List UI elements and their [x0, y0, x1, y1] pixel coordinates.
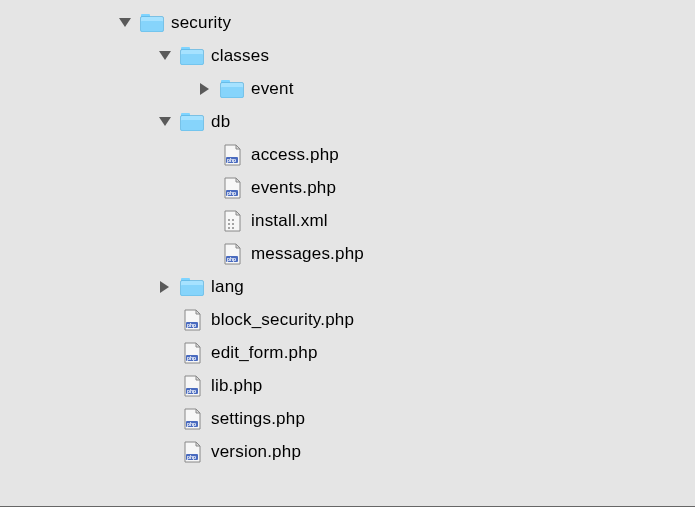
- folder-label: classes: [211, 46, 269, 66]
- tree-row-file[interactable]: lib.php: [0, 369, 695, 402]
- disclosure-triangle-expanded[interactable]: [115, 18, 135, 28]
- folder-label: security: [171, 13, 231, 33]
- file-label: install.xml: [251, 211, 328, 231]
- tree-row-file[interactable]: install.xml: [0, 204, 695, 237]
- php-file-icon: [179, 375, 205, 397]
- php-file-icon: [179, 408, 205, 430]
- php-file-icon: [219, 177, 245, 199]
- php-file-icon: [219, 144, 245, 166]
- tree-row-db[interactable]: db: [0, 105, 695, 138]
- tree-row-classes[interactable]: classes: [0, 39, 695, 72]
- disclosure-triangle-expanded[interactable]: [155, 117, 175, 127]
- file-label: edit_form.php: [211, 343, 318, 363]
- tree-row-file[interactable]: settings.php: [0, 402, 695, 435]
- file-label: settings.php: [211, 409, 305, 429]
- php-file-icon: [219, 243, 245, 265]
- folder-icon: [139, 12, 165, 34]
- folder-icon: [219, 78, 245, 100]
- tree-row-file[interactable]: access.php: [0, 138, 695, 171]
- folder-label: db: [211, 112, 230, 132]
- php-file-icon: [179, 309, 205, 331]
- tree-row-file[interactable]: block_security.php: [0, 303, 695, 336]
- file-label: block_security.php: [211, 310, 354, 330]
- tree-row-lang[interactable]: lang: [0, 270, 695, 303]
- disclosure-triangle-expanded[interactable]: [155, 51, 175, 61]
- file-label: access.php: [251, 145, 339, 165]
- tree-row-file[interactable]: edit_form.php: [0, 336, 695, 369]
- folder-icon: [179, 111, 205, 133]
- file-label: lib.php: [211, 376, 263, 396]
- folder-label: event: [251, 79, 294, 99]
- disclosure-triangle-collapsed[interactable]: [155, 281, 175, 293]
- disclosure-triangle-collapsed[interactable]: [195, 83, 215, 95]
- tree-row-file[interactable]: events.php: [0, 171, 695, 204]
- folder-label: lang: [211, 277, 244, 297]
- tree-row-file[interactable]: messages.php: [0, 237, 695, 270]
- file-label: version.php: [211, 442, 301, 462]
- folder-icon: [179, 276, 205, 298]
- tree-row-security[interactable]: security: [0, 6, 695, 39]
- tree-row-event[interactable]: event: [0, 72, 695, 105]
- folder-icon: [179, 45, 205, 67]
- file-label: events.php: [251, 178, 336, 198]
- file-label: messages.php: [251, 244, 364, 264]
- php-file-icon: [179, 342, 205, 364]
- xml-file-icon: [219, 210, 245, 232]
- php-file-icon: [179, 441, 205, 463]
- tree-row-file[interactable]: version.php: [0, 435, 695, 468]
